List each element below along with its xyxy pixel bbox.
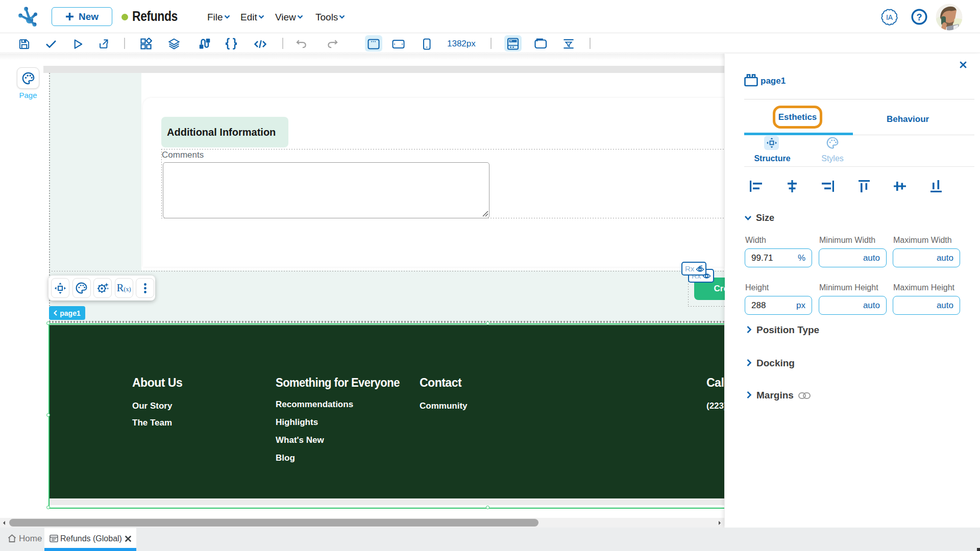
svg-text:IA: IA <box>886 13 893 21</box>
svg-text:?: ? <box>917 12 922 22</box>
